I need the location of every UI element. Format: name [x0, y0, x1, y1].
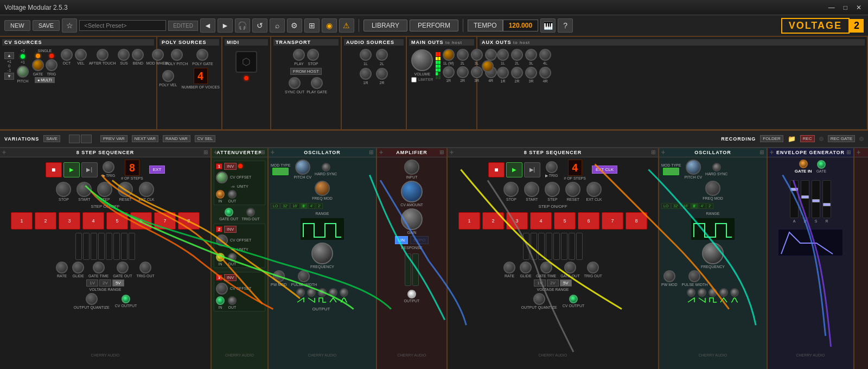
seq2-ext-btn[interactable]: EXT CLK	[592, 166, 617, 174]
gear-icon[interactable]: ⚙	[287, 18, 302, 33]
var-slot-2[interactable]	[81, 135, 92, 143]
seq2-play-btn[interactable]: ▶	[506, 162, 522, 177]
seq2-extclk-knob[interactable]	[586, 182, 602, 197]
seq2-outq-knob[interactable]	[533, 293, 545, 305]
back-arrow-icon[interactable]: ◄	[200, 18, 215, 33]
perform-button[interactable]: PERFORM	[410, 20, 458, 31]
osc2-range-2[interactable]: 2'	[706, 203, 713, 209]
volume-knob[interactable]	[411, 49, 433, 71]
osc2-pwmod-knob[interactable]	[663, 270, 675, 282]
audio-1l-knob[interactable]	[360, 49, 372, 61]
seq1-trig-knob[interactable]	[103, 161, 114, 173]
att-expand-icon[interactable]: ⊞	[260, 149, 265, 155]
seq1-slider1[interactable]	[75, 233, 82, 260]
seq1-glide-knob[interactable]	[72, 262, 84, 273]
save-button[interactable]: SAVE	[33, 20, 60, 31]
close-btn[interactable]: ✕	[854, 4, 864, 11]
att-ch1-inv-btn[interactable]: INV	[224, 163, 237, 170]
seq2-gateout-knob[interactable]	[564, 262, 576, 273]
seq1-stop-knob[interactable]	[56, 182, 71, 197]
seq1-slider7[interactable]	[121, 233, 127, 260]
new-button[interactable]: NEW	[4, 20, 30, 31]
seq1-step6-btn[interactable]: 6	[130, 212, 152, 230]
fwd-arrow-icon[interactable]: ►	[218, 18, 233, 33]
amp1-input-knob[interactable]	[404, 160, 419, 175]
osc1-plus-icon[interactable]: +	[271, 149, 275, 156]
stop-knob[interactable]	[307, 49, 319, 61]
seq2-slider4[interactable]	[546, 233, 552, 260]
att-trig-out-jack[interactable]	[246, 208, 255, 217]
osc2-hardsync-jack[interactable]	[712, 163, 721, 171]
help-icon[interactable]: ?	[558, 18, 573, 33]
minimize-btn[interactable]: —	[826, 4, 837, 11]
rand-var-btn[interactable]: RAND VAR	[163, 135, 190, 142]
aux-4r-knob[interactable]	[539, 67, 551, 79]
var-slot-1[interactable]	[69, 135, 80, 143]
seq2-step3-btn[interactable]: 3	[506, 212, 528, 230]
seq2-stop-knob[interactable]	[503, 182, 519, 197]
amp1-out-jack[interactable]	[407, 290, 416, 298]
osc2-range-8[interactable]: 8'	[691, 203, 698, 209]
rec-gate-btn[interactable]: REC GATE	[828, 135, 855, 142]
seq2-trigout-knob[interactable]	[587, 262, 599, 273]
grid-icon[interactable]: ⊞	[304, 18, 320, 33]
osc2-sq-out[interactable]	[709, 288, 717, 297]
poly-pitch-knob[interactable]	[171, 49, 183, 61]
osc2-ramp-out[interactable]	[698, 288, 706, 297]
color-icon[interactable]: ◉	[322, 18, 337, 33]
seq1-slider8[interactable]	[129, 233, 135, 260]
from-host-btn[interactable]: FROM HOST	[290, 68, 322, 75]
octave-up-btn[interactable]: ▲	[4, 52, 14, 59]
seq2-cvout-jack[interactable]	[569, 295, 578, 303]
seq1-step5-btn[interactable]: 5	[106, 212, 128, 230]
att-plus-icon[interactable]: +	[214, 149, 218, 156]
amp1-lin-btn[interactable]: LIN	[395, 236, 408, 244]
limiter-checkbox[interactable]	[411, 77, 417, 82]
trig-knob[interactable]	[46, 59, 58, 71]
pitch-knob[interactable]	[17, 66, 29, 78]
seq2-trig-knob[interactable]	[546, 161, 558, 173]
env-d-slider[interactable]	[801, 180, 809, 218]
osc1-ramp-out[interactable]	[307, 288, 316, 297]
oct-knob[interactable]	[61, 49, 73, 61]
osc1-saw-out[interactable]	[296, 288, 305, 297]
warning-icon[interactable]: ⚠	[339, 18, 354, 33]
seq2-gatetime-knob[interactable]	[540, 262, 552, 273]
seq2-stop-btn[interactable]: ■	[488, 162, 505, 177]
play-gate-knob[interactable]	[311, 77, 323, 89]
osc1-freq-knob[interactable]	[311, 243, 333, 264]
aux-2l-knob[interactable]	[511, 49, 523, 61]
osc2-pulsewidth-knob[interactable]	[688, 270, 700, 282]
aux-3l-knob[interactable]	[525, 49, 537, 61]
seq2-step7-btn[interactable]: 7	[602, 212, 623, 230]
loop-icon[interactable]: ↺	[252, 18, 267, 33]
seq1-reset-knob[interactable]	[118, 182, 133, 197]
amp1-expand-icon[interactable]: ⊞	[439, 149, 444, 155]
out-2r-knob[interactable]	[457, 66, 469, 78]
att-ch2-in-jack[interactable]	[216, 253, 225, 262]
seq2-stepfwd-btn[interactable]: ▶|	[524, 162, 540, 177]
seq1-step1-btn[interactable]: 1	[11, 212, 33, 230]
seq1-gateout-knob[interactable]	[117, 262, 129, 273]
osc2-sin-out[interactable]	[730, 288, 739, 297]
seq1-stepfwd-btn[interactable]: ▶|	[81, 162, 98, 177]
env-gate-in-jack[interactable]	[799, 160, 808, 168]
env-gate-jack[interactable]	[817, 160, 826, 169]
seq2-plus-icon[interactable]: +	[450, 149, 454, 156]
sus-knob[interactable]	[118, 49, 130, 61]
seq1-extclk-knob[interactable]	[139, 182, 154, 197]
next-var-btn[interactable]: NEXT VAR	[132, 135, 158, 142]
seq2-slider2[interactable]	[531, 233, 537, 260]
seq2-slider3[interactable]	[538, 233, 545, 260]
seq1-slider5[interactable]	[106, 233, 112, 260]
seq2-step8-btn[interactable]: 8	[626, 212, 647, 230]
octave-down-btn[interactable]: ▼	[4, 73, 14, 80]
seq2-rate-knob[interactable]	[503, 262, 515, 273]
sync-out-knob[interactable]	[289, 77, 301, 89]
osc1-range-32[interactable]: 32'	[280, 203, 290, 209]
seq1-step8-btn[interactable]: 8	[178, 212, 200, 230]
osc2-saw-out[interactable]	[687, 288, 695, 297]
aux-1l-knob[interactable]	[497, 49, 509, 61]
osc1-expand-icon[interactable]: ⊞	[369, 149, 374, 155]
library-button[interactable]: LIBRARY	[363, 20, 407, 31]
